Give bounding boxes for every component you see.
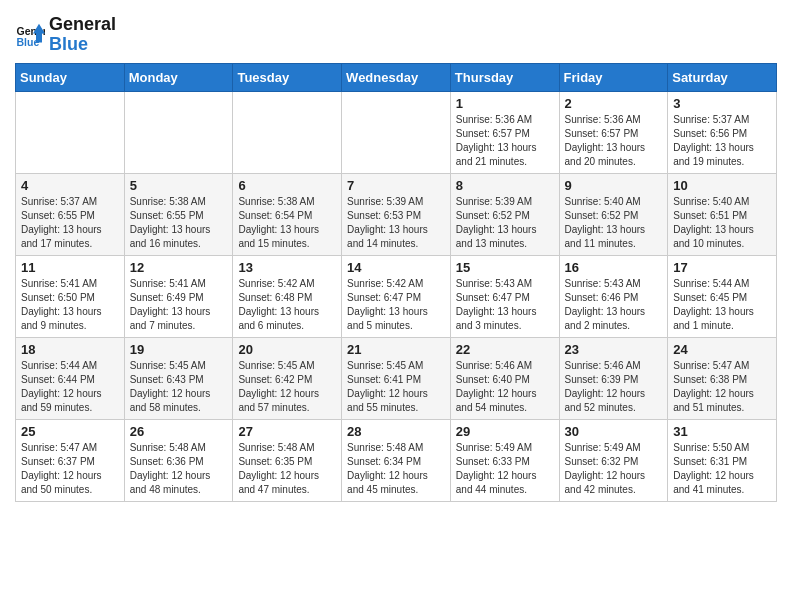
- day-detail: Sunrise: 5:37 AM Sunset: 6:55 PM Dayligh…: [21, 195, 119, 251]
- logo-icon: General Blue: [15, 20, 45, 50]
- day-cell: 9Sunrise: 5:40 AM Sunset: 6:52 PM Daylig…: [559, 173, 668, 255]
- calendar-table: SundayMondayTuesdayWednesdayThursdayFrid…: [15, 63, 777, 502]
- day-detail: Sunrise: 5:36 AM Sunset: 6:57 PM Dayligh…: [565, 113, 663, 169]
- day-cell: 15Sunrise: 5:43 AM Sunset: 6:47 PM Dayli…: [450, 255, 559, 337]
- day-number: 25: [21, 424, 119, 439]
- week-row-1: 1Sunrise: 5:36 AM Sunset: 6:57 PM Daylig…: [16, 91, 777, 173]
- day-cell: 16Sunrise: 5:43 AM Sunset: 6:46 PM Dayli…: [559, 255, 668, 337]
- day-detail: Sunrise: 5:48 AM Sunset: 6:35 PM Dayligh…: [238, 441, 336, 497]
- day-cell: 24Sunrise: 5:47 AM Sunset: 6:38 PM Dayli…: [668, 337, 777, 419]
- day-number: 28: [347, 424, 445, 439]
- day-number: 31: [673, 424, 771, 439]
- day-cell: 11Sunrise: 5:41 AM Sunset: 6:50 PM Dayli…: [16, 255, 125, 337]
- day-number: 29: [456, 424, 554, 439]
- day-detail: Sunrise: 5:41 AM Sunset: 6:49 PM Dayligh…: [130, 277, 228, 333]
- day-number: 24: [673, 342, 771, 357]
- weekday-header-monday: Monday: [124, 63, 233, 91]
- day-cell: 7Sunrise: 5:39 AM Sunset: 6:53 PM Daylig…: [342, 173, 451, 255]
- day-number: 14: [347, 260, 445, 275]
- weekday-header-saturday: Saturday: [668, 63, 777, 91]
- day-detail: Sunrise: 5:36 AM Sunset: 6:57 PM Dayligh…: [456, 113, 554, 169]
- day-detail: Sunrise: 5:38 AM Sunset: 6:54 PM Dayligh…: [238, 195, 336, 251]
- day-number: 26: [130, 424, 228, 439]
- day-number: 12: [130, 260, 228, 275]
- day-cell: [124, 91, 233, 173]
- day-number: 18: [21, 342, 119, 357]
- day-number: 5: [130, 178, 228, 193]
- day-detail: Sunrise: 5:43 AM Sunset: 6:46 PM Dayligh…: [565, 277, 663, 333]
- day-number: 11: [21, 260, 119, 275]
- day-cell: 23Sunrise: 5:46 AM Sunset: 6:39 PM Dayli…: [559, 337, 668, 419]
- week-row-5: 25Sunrise: 5:47 AM Sunset: 6:37 PM Dayli…: [16, 419, 777, 501]
- day-number: 23: [565, 342, 663, 357]
- day-cell: 21Sunrise: 5:45 AM Sunset: 6:41 PM Dayli…: [342, 337, 451, 419]
- day-cell: 8Sunrise: 5:39 AM Sunset: 6:52 PM Daylig…: [450, 173, 559, 255]
- day-cell: 10Sunrise: 5:40 AM Sunset: 6:51 PM Dayli…: [668, 173, 777, 255]
- day-cell: 5Sunrise: 5:38 AM Sunset: 6:55 PM Daylig…: [124, 173, 233, 255]
- day-number: 19: [130, 342, 228, 357]
- day-cell: 29Sunrise: 5:49 AM Sunset: 6:33 PM Dayli…: [450, 419, 559, 501]
- day-detail: Sunrise: 5:47 AM Sunset: 6:37 PM Dayligh…: [21, 441, 119, 497]
- header: General Blue General Blue: [15, 15, 777, 55]
- day-number: 17: [673, 260, 771, 275]
- day-cell: 2Sunrise: 5:36 AM Sunset: 6:57 PM Daylig…: [559, 91, 668, 173]
- day-number: 6: [238, 178, 336, 193]
- svg-text:Blue: Blue: [17, 35, 40, 47]
- day-detail: Sunrise: 5:48 AM Sunset: 6:34 PM Dayligh…: [347, 441, 445, 497]
- day-detail: Sunrise: 5:46 AM Sunset: 6:40 PM Dayligh…: [456, 359, 554, 415]
- week-row-3: 11Sunrise: 5:41 AM Sunset: 6:50 PM Dayli…: [16, 255, 777, 337]
- day-cell: 30Sunrise: 5:49 AM Sunset: 6:32 PM Dayli…: [559, 419, 668, 501]
- day-cell: 19Sunrise: 5:45 AM Sunset: 6:43 PM Dayli…: [124, 337, 233, 419]
- day-detail: Sunrise: 5:43 AM Sunset: 6:47 PM Dayligh…: [456, 277, 554, 333]
- weekday-header-wednesday: Wednesday: [342, 63, 451, 91]
- day-number: 7: [347, 178, 445, 193]
- day-detail: Sunrise: 5:41 AM Sunset: 6:50 PM Dayligh…: [21, 277, 119, 333]
- day-number: 30: [565, 424, 663, 439]
- weekday-header-thursday: Thursday: [450, 63, 559, 91]
- day-number: 3: [673, 96, 771, 111]
- day-number: 21: [347, 342, 445, 357]
- day-cell: 20Sunrise: 5:45 AM Sunset: 6:42 PM Dayli…: [233, 337, 342, 419]
- day-cell: 28Sunrise: 5:48 AM Sunset: 6:34 PM Dayli…: [342, 419, 451, 501]
- day-cell: 26Sunrise: 5:48 AM Sunset: 6:36 PM Dayli…: [124, 419, 233, 501]
- day-cell: 31Sunrise: 5:50 AM Sunset: 6:31 PM Dayli…: [668, 419, 777, 501]
- week-row-4: 18Sunrise: 5:44 AM Sunset: 6:44 PM Dayli…: [16, 337, 777, 419]
- day-cell: 25Sunrise: 5:47 AM Sunset: 6:37 PM Dayli…: [16, 419, 125, 501]
- day-number: 15: [456, 260, 554, 275]
- day-detail: Sunrise: 5:44 AM Sunset: 6:45 PM Dayligh…: [673, 277, 771, 333]
- day-cell: 27Sunrise: 5:48 AM Sunset: 6:35 PM Dayli…: [233, 419, 342, 501]
- day-cell: 22Sunrise: 5:46 AM Sunset: 6:40 PM Dayli…: [450, 337, 559, 419]
- day-detail: Sunrise: 5:49 AM Sunset: 6:32 PM Dayligh…: [565, 441, 663, 497]
- day-cell: [233, 91, 342, 173]
- day-detail: Sunrise: 5:45 AM Sunset: 6:42 PM Dayligh…: [238, 359, 336, 415]
- day-number: 1: [456, 96, 554, 111]
- weekday-header-row: SundayMondayTuesdayWednesdayThursdayFrid…: [16, 63, 777, 91]
- weekday-header-tuesday: Tuesday: [233, 63, 342, 91]
- day-detail: Sunrise: 5:40 AM Sunset: 6:51 PM Dayligh…: [673, 195, 771, 251]
- day-detail: Sunrise: 5:45 AM Sunset: 6:43 PM Dayligh…: [130, 359, 228, 415]
- day-cell: [16, 91, 125, 173]
- day-number: 4: [21, 178, 119, 193]
- day-number: 9: [565, 178, 663, 193]
- weekday-header-friday: Friday: [559, 63, 668, 91]
- day-number: 2: [565, 96, 663, 111]
- day-detail: Sunrise: 5:49 AM Sunset: 6:33 PM Dayligh…: [456, 441, 554, 497]
- day-number: 22: [456, 342, 554, 357]
- day-detail: Sunrise: 5:40 AM Sunset: 6:52 PM Dayligh…: [565, 195, 663, 251]
- day-detail: Sunrise: 5:37 AM Sunset: 6:56 PM Dayligh…: [673, 113, 771, 169]
- day-detail: Sunrise: 5:50 AM Sunset: 6:31 PM Dayligh…: [673, 441, 771, 497]
- logo: General Blue General Blue: [15, 15, 116, 55]
- day-detail: Sunrise: 5:39 AM Sunset: 6:52 PM Dayligh…: [456, 195, 554, 251]
- day-detail: Sunrise: 5:42 AM Sunset: 6:47 PM Dayligh…: [347, 277, 445, 333]
- day-cell: 18Sunrise: 5:44 AM Sunset: 6:44 PM Dayli…: [16, 337, 125, 419]
- day-number: 13: [238, 260, 336, 275]
- day-cell: 4Sunrise: 5:37 AM Sunset: 6:55 PM Daylig…: [16, 173, 125, 255]
- weekday-header-sunday: Sunday: [16, 63, 125, 91]
- day-number: 8: [456, 178, 554, 193]
- day-cell: 12Sunrise: 5:41 AM Sunset: 6:49 PM Dayli…: [124, 255, 233, 337]
- day-cell: [342, 91, 451, 173]
- day-cell: 1Sunrise: 5:36 AM Sunset: 6:57 PM Daylig…: [450, 91, 559, 173]
- day-cell: 3Sunrise: 5:37 AM Sunset: 6:56 PM Daylig…: [668, 91, 777, 173]
- day-detail: Sunrise: 5:45 AM Sunset: 6:41 PM Dayligh…: [347, 359, 445, 415]
- day-detail: Sunrise: 5:39 AM Sunset: 6:53 PM Dayligh…: [347, 195, 445, 251]
